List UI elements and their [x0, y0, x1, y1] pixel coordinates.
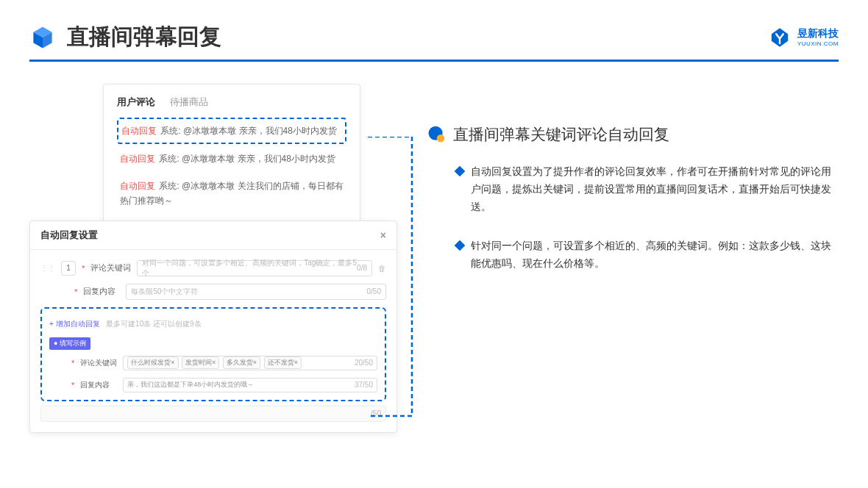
page-title: 直播间弹幕回复: [67, 22, 221, 52]
description-column: 直播间弹幕关键词评论自动回复 自动回复设置为了提升作者的评论回复效率，作者可在开…: [427, 84, 839, 433]
comment-tabs: 用户评论 待播商品: [117, 96, 346, 109]
logo-icon: [768, 26, 791, 49]
ex-content-input[interactable]: 亲，我们这边都是下单48小时内发货的哦～ 37/50: [123, 378, 377, 392]
demo-column: 用户评论 待播商品 自动回复 系统: @冰墩墩本墩 亲亲，我们48小时内发货 自…: [29, 84, 397, 433]
tag-container: 什么时候发货× 发货时间× 多久发货× 还不发货×: [127, 356, 303, 369]
keyword-tag[interactable]: 发货时间×: [182, 356, 219, 369]
add-auto-reply-link[interactable]: + 增加自动回复: [49, 319, 100, 329]
cube-icon: [29, 24, 56, 51]
keyword-tag[interactable]: 多久发货×: [223, 356, 260, 369]
required-star: *: [71, 381, 74, 390]
required-star: *: [82, 264, 85, 273]
comment-text: 系统: @冰墩墩本墩 亲亲，我们48小时内发货: [157, 154, 335, 164]
header-divider: [29, 60, 839, 62]
bullet-text: 针对同一个问题，可设置多个相近的、高频的关键词。例如：这款多少钱、这块能优惠吗、…: [471, 237, 839, 273]
svg-point-1: [437, 134, 444, 142]
example-content-row: * 回复内容 亲，我们这边都是下单48小时内发货的哦～ 37/50: [49, 378, 377, 392]
keyword-tag[interactable]: 还不发货×: [264, 356, 302, 369]
close-icon[interactable]: ×: [380, 229, 386, 241]
char-counter: /50: [371, 409, 381, 417]
required-star: *: [74, 287, 77, 296]
char-counter: 37/50: [355, 381, 373, 389]
keyword-tag[interactable]: 什么时候发货×: [127, 356, 178, 369]
input-placeholder: 对同一个问题，可设置多个相近、高频的关键词，Tag确定，最多5个: [142, 258, 357, 279]
tab-pending-products[interactable]: 待播商品: [170, 96, 208, 109]
add-row: + 增加自动回复 最多可建10条 还可以创建9条: [49, 316, 377, 335]
section-heading: 直播间弹幕关键词评论自动回复: [427, 124, 839, 145]
bullet-item: 自动回复设置为了提升作者的评论回复效率，作者可在开播前针对常见的评论用户问题，提…: [427, 163, 839, 215]
example-badge: ● 填写示例: [49, 337, 90, 350]
keyword-input[interactable]: 对同一个问题，可设置多个相近、高频的关键词，Tag确定，最多5个 0/8: [137, 260, 372, 276]
comment-row: 自动回复 系统: @冰墩墩本墩 关注我们的店铺，每日都有热门推荐哟～: [117, 174, 346, 213]
bullet-item: 针对同一个问题，可设置多个相近的、高频的关键词。例如：这款多少钱、这块能优惠吗、…: [427, 237, 839, 273]
extra-slot: /50: [40, 406, 386, 422]
dialog-body: ⋮⋮ 1 * 评论关键词 对同一个问题，可设置多个相近、高频的关键词，Tag确定…: [30, 250, 396, 432]
content-label: 回复内容: [83, 286, 120, 297]
logo-cn: 昱新科技: [797, 27, 839, 40]
auto-reply-badge: 自动回复: [120, 181, 155, 191]
section-title: 直播间弹幕关键词评论自动回复: [453, 124, 669, 145]
input-placeholder: 每条限50个中文字符: [131, 287, 198, 297]
ex-keyword-input[interactable]: 什么时候发货× 发货时间× 多久发货× 还不发货× 20/50: [123, 356, 377, 370]
ex-keyword-label: 评论关键词: [80, 358, 117, 368]
dialog-header: 自动回复设置 ×: [30, 221, 396, 250]
auto-reply-badge: 自动回复: [120, 154, 155, 164]
char-counter: 0/8: [357, 264, 367, 272]
keyword-row: ⋮⋮ 1 * 评论关键词 对同一个问题，可设置多个相近、高频的关键词，Tag确定…: [40, 260, 386, 276]
logo-en: YUUXIN.COM: [797, 40, 839, 47]
example-keyword-row: * 评论关键词 什么时候发货× 发货时间× 多久发货× 还不发货× 20/50: [49, 356, 377, 370]
tab-user-comments[interactable]: 用户评论: [117, 96, 155, 109]
comment-row-highlighted: 自动回复 系统: @冰墩墩本墩 亲亲，我们48小时内发货: [117, 118, 346, 144]
bullet-text: 自动回复设置为了提升作者的评论回复效率，作者可在开播前针对常见的评论用户问题，提…: [471, 163, 839, 215]
auto-reply-badge: 自动回复: [121, 126, 157, 136]
title-group: 直播间弹幕回复: [29, 22, 221, 52]
drag-handle-icon[interactable]: ⋮⋮: [40, 264, 55, 272]
page-header: 直播间弹幕回复 昱新科技 YUUXIN.COM: [0, 0, 868, 60]
keyword-label: 评论关键词: [90, 262, 131, 273]
chat-bubble-icon: [427, 125, 446, 144]
diamond-icon: [455, 166, 465, 176]
comment-row: 自动回复 系统: @冰墩墩本墩 亲亲，我们48小时内发货: [117, 147, 346, 171]
comment-text: 系统: @冰墩墩本墩 亲亲，我们48小时内发货: [158, 126, 337, 136]
logo-text: 昱新科技 YUUXIN.COM: [797, 27, 839, 47]
ex-content-label: 回复内容: [80, 380, 117, 390]
company-logo: 昱新科技 YUUXIN.COM: [768, 26, 839, 49]
dialog-title: 自动回复设置: [40, 229, 98, 242]
index-number: 1: [61, 261, 76, 276]
add-hint: 最多可建10条 还可以创建9条: [106, 320, 201, 328]
ex-content-text: 亲，我们这边都是下单48小时内发货的哦～: [127, 380, 254, 390]
content-row: * 回复内容 每条限50个中文字符 0/50: [40, 284, 386, 300]
diamond-icon: [455, 240, 465, 251]
char-counter: 0/50: [367, 287, 381, 295]
char-counter: 20/50: [355, 359, 373, 367]
delete-icon[interactable]: 🗑: [378, 264, 386, 273]
content-input[interactable]: 每条限50个中文字符 0/50: [126, 284, 386, 300]
comment-panel: 用户评论 待播商品 自动回复 系统: @冰墩墩本墩 亲亲，我们48小时内发货 自…: [103, 84, 360, 228]
settings-dialog: 自动回复设置 × ⋮⋮ 1 * 评论关键词 对同一个问题，可设置多个相近、高频的…: [29, 220, 397, 433]
required-star: *: [71, 359, 74, 367]
example-block: + 增加自动回复 最多可建10条 还可以创建9条 ● 填写示例 * 评论关键词 …: [40, 307, 386, 401]
